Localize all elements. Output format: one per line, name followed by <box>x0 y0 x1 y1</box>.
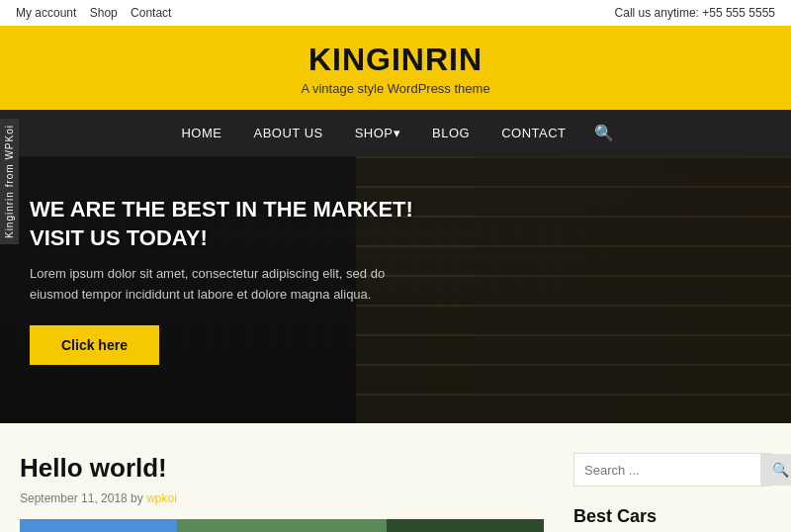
nav-home[interactable]: HOME <box>165 112 237 154</box>
post-thumbnail <box>20 519 544 532</box>
top-nav-links: My account Shop Contact <box>16 6 181 20</box>
hero-heading: WE ARE THE BEST IN THE MARKET! VISIT US … <box>30 196 761 252</box>
site-title: KINGINRIN <box>0 42 791 78</box>
call-text: Call us anytime: +55 555 5555 <box>615 6 775 20</box>
nav-about[interactable]: ABOUT US <box>237 112 338 154</box>
blog-section: Hello world! September 11, 2018 by wpkoi <box>20 453 544 532</box>
sidebar: 🔍 Best Cars <box>573 453 771 532</box>
main-nav: HOME ABOUT US SHOP ▾ BLOG CONTACT 🔍 <box>0 110 791 156</box>
top-bar: My account Shop Contact Call us anytime:… <box>0 0 791 26</box>
shop-link[interactable]: Shop <box>90 6 118 20</box>
sidebar-section-title: Best Cars <box>573 506 771 527</box>
post-meta: September 11, 2018 by wpkoi <box>20 491 544 505</box>
search-input[interactable] <box>574 454 760 486</box>
nav-blog[interactable]: BLOG <box>416 112 485 154</box>
contact-link[interactable]: Contact <box>131 6 171 20</box>
side-label: Kinginrin from WPKoi <box>0 119 19 244</box>
shop-dropdown-arrow: ▾ <box>394 126 401 140</box>
hero-section: WE ARE THE BEST IN THE MARKET! VISIT US … <box>0 156 791 423</box>
post-date: September 11, 2018 <box>20 491 128 505</box>
main-area: Hello world! September 11, 2018 by wpkoi… <box>0 423 791 532</box>
my-account-link[interactable]: My account <box>16 6 76 20</box>
nav-contact[interactable]: CONTACT <box>485 112 581 154</box>
post-author-link[interactable]: wpkoi <box>146 491 177 505</box>
post-by: by <box>131 491 143 505</box>
site-header: KINGINRIN A vintage style WordPress them… <box>0 26 791 110</box>
nav-search-icon[interactable]: 🔍 <box>582 110 626 156</box>
nav-shop[interactable]: SHOP ▾ <box>339 112 416 154</box>
post-title: Hello world! <box>20 453 544 484</box>
hero-body: Lorem ipsum dolor sit amet, consectetur … <box>30 264 405 306</box>
search-button[interactable]: 🔍 <box>760 454 791 486</box>
site-subtitle: A vintage style WordPress theme <box>0 81 791 96</box>
cta-button[interactable]: Click here <box>30 325 159 365</box>
search-box: 🔍 <box>573 453 771 487</box>
post-thumbnail-inner <box>20 519 544 532</box>
hero-content: WE ARE THE BEST IN THE MARKET! VISIT US … <box>0 156 791 404</box>
